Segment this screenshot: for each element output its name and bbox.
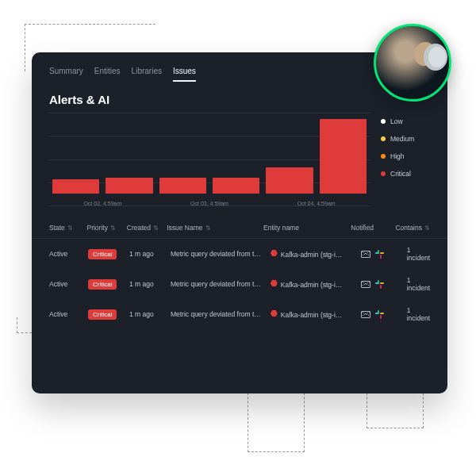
col-label: State	[49, 224, 65, 232]
legend-high: High	[381, 152, 430, 160]
cell-issue: Metric query deviated from t…	[171, 280, 267, 288]
cell-created: 1 m ago	[129, 310, 167, 318]
col-entity-name: Entity name	[263, 224, 347, 232]
cell-entity: Kafka-admin (stg-i…	[271, 280, 358, 289]
cell-state: Active	[49, 280, 85, 288]
slack-icon[interactable]	[375, 310, 384, 319]
chart-area: Oct 02, 4:59am Oct 03, 4:59am Oct 04, 4:…	[49, 113, 370, 206]
mail-icon[interactable]	[361, 309, 370, 319]
sort-icon: ⇅	[110, 225, 116, 232]
col-created[interactable]: Created⇅	[127, 224, 163, 232]
table-row[interactable]: ActiveCritical1 m agoMetric query deviat…	[32, 239, 447, 269]
priority-badge: Critical	[88, 309, 117, 320]
table-body: ActiveCritical1 m agoMetric query deviat…	[32, 239, 447, 329]
chart-bar	[266, 167, 313, 194]
mail-icon[interactable]	[361, 279, 370, 289]
cell-notified	[361, 249, 404, 259]
table-header: State⇅ Priority⇅ Created⇅ Issue Name⇅ En…	[32, 213, 447, 239]
chart-bars	[49, 113, 370, 194]
mail-icon[interactable]	[361, 249, 370, 259]
cell-created: 1 m ago	[129, 280, 167, 288]
cell-created: 1 m ago	[129, 250, 167, 258]
table-row[interactable]: ActiveCritical1 m agoMetric query deviat…	[32, 269, 447, 299]
legend-label: Critical	[390, 170, 411, 178]
tab-entities[interactable]: Entities	[94, 67, 121, 82]
sort-icon: ⇅	[67, 225, 73, 232]
cell-entity: Kafka-admin (stg-i…	[271, 310, 358, 319]
chart-bar	[213, 178, 259, 194]
slack-icon[interactable]	[375, 250, 384, 259]
priority-badge: Critical	[88, 249, 117, 259]
chart-bar	[320, 119, 367, 194]
col-label: Notified	[351, 224, 374, 232]
dot-icon	[381, 171, 386, 176]
dot-icon	[381, 119, 386, 124]
col-label: Issue Name	[167, 224, 202, 232]
x-tick: Oct 04, 4:59am	[263, 201, 370, 206]
decorative-dashes-bottom-2	[367, 389, 424, 428]
cell-contains: 1 incident	[407, 246, 430, 262]
cell-notified	[361, 309, 404, 319]
col-issue-name[interactable]: Issue Name⇅	[167, 224, 260, 232]
cell-state: Active	[49, 310, 85, 318]
col-label: Contains	[395, 224, 422, 232]
cell-issue: Metric query deviated from t…	[171, 250, 267, 258]
table-row[interactable]: ActiveCritical1 m agoMetric query deviat…	[32, 299, 447, 329]
chart-bar	[52, 179, 99, 194]
chart-bar	[159, 178, 206, 194]
hexagon-icon	[271, 280, 278, 287]
cell-state: Active	[49, 250, 85, 258]
cell-priority: Critical	[88, 280, 126, 288]
chart-bar	[106, 178, 152, 194]
sort-icon: ⇅	[424, 225, 430, 232]
col-label: Priority	[86, 224, 107, 232]
chart-legend: Low Medium High Critical	[370, 113, 430, 206]
cell-priority: Critical	[88, 310, 126, 318]
legend-label: Low	[390, 117, 403, 125]
x-tick: Oct 03, 4:59am	[156, 201, 263, 206]
legend-critical: Critical	[381, 170, 430, 178]
tab-summary[interactable]: Summary	[49, 67, 83, 82]
col-priority[interactable]: Priority⇅	[86, 224, 123, 232]
cell-notified	[361, 279, 404, 289]
legend-label: Medium	[390, 135, 414, 143]
slack-icon[interactable]	[375, 280, 384, 289]
sort-icon: ⇅	[153, 225, 159, 232]
cell-issue: Metric query deviated from t…	[171, 310, 267, 318]
tab-libraries[interactable]: Libraries	[132, 67, 162, 82]
sort-icon: ⇅	[205, 225, 211, 232]
col-label: Created	[127, 224, 151, 232]
decorative-dashes-bottom-1	[248, 389, 305, 452]
legend-low: Low	[381, 117, 430, 125]
col-state[interactable]: State⇅	[49, 224, 83, 232]
col-notified: Notified	[351, 224, 392, 232]
col-label: Entity name	[263, 224, 299, 232]
dashboard-panel: Summary Entities Libraries Issues Alerts…	[32, 52, 447, 393]
hexagon-icon	[271, 310, 278, 317]
dot-icon	[381, 136, 386, 141]
col-contains[interactable]: Contains⇅	[395, 224, 430, 232]
x-tick: Oct 02, 4:59am	[49, 201, 156, 206]
dot-icon	[381, 154, 386, 159]
cell-priority: Critical	[88, 250, 126, 258]
user-avatar	[374, 24, 451, 102]
hexagon-icon	[271, 250, 278, 257]
legend-label: High	[390, 152, 404, 160]
priority-badge: Critical	[88, 279, 117, 290]
chart-x-axis: Oct 02, 4:59am Oct 03, 4:59am Oct 04, 4:…	[49, 201, 370, 206]
cell-entity: Kafka-admin (stg-i…	[271, 250, 358, 259]
alerts-chart: Oct 02, 4:59am Oct 03, 4:59am Oct 04, 4:…	[32, 113, 447, 213]
cell-contains: 1 incident	[407, 306, 430, 322]
cell-contains: 1 incident	[407, 276, 430, 292]
legend-medium: Medium	[381, 135, 430, 143]
tab-issues[interactable]: Issues	[173, 67, 196, 82]
